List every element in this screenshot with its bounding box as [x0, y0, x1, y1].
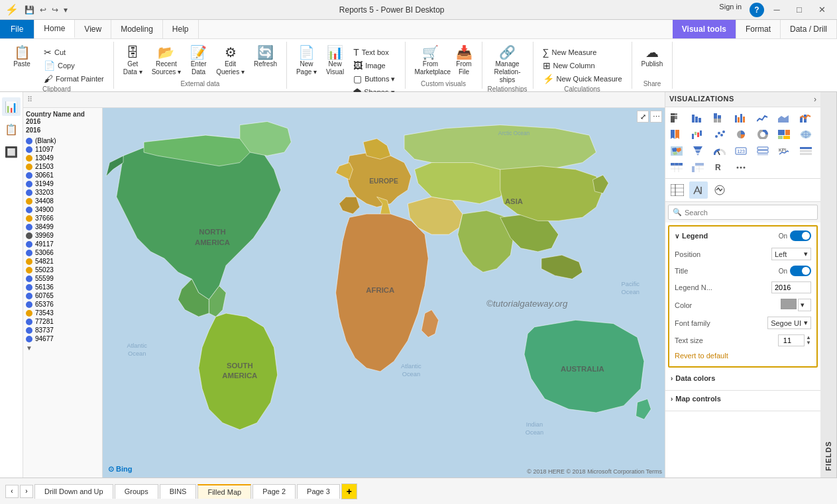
fields-vertical-tab[interactable]: FIELDS: [820, 92, 837, 478]
color-chevron[interactable]: ▾: [798, 299, 811, 311]
close-btn[interactable]: ✕: [812, 3, 832, 17]
vis-matrix[interactable]: [689, 160, 706, 176]
scroll-right-btn[interactable]: ›: [20, 485, 33, 498]
save-btn[interactable]: 💾: [23, 4, 36, 16]
vis-more[interactable]: [732, 160, 750, 176]
textbox-btn[interactable]: T Text box: [349, 46, 399, 59]
vis-gauge[interactable]: [711, 143, 728, 159]
vis-table[interactable]: [668, 160, 685, 176]
scroll-left-btn[interactable]: ‹: [5, 485, 19, 498]
legend-toggle[interactable]: [790, 230, 811, 241]
tab-data-drill[interactable]: Data / Drill: [781, 20, 837, 38]
page-tab[interactable]: Filled Map: [197, 484, 251, 499]
vis-map[interactable]: [797, 126, 814, 142]
from-marketplace-btn[interactable]: 🛒 FromMarketplace: [411, 44, 451, 77]
recent-sources-btn[interactable]: 📂 RecentSources ▾: [148, 44, 185, 77]
vis-stacked-bar[interactable]: [668, 110, 685, 126]
image-btn[interactable]: 🖼 Image: [349, 59, 399, 72]
vis-kpi[interactable]: KPI: [775, 143, 793, 159]
report-view-btn[interactable]: 📊: [2, 97, 21, 116]
vis-slicer[interactable]: [797, 143, 814, 159]
map-menu-btn[interactable]: ⋯: [650, 111, 662, 123]
title-toggle[interactable]: [790, 266, 811, 276]
legend-name-input[interactable]: [771, 281, 811, 293]
vis-clustered-col[interactable]: [732, 110, 750, 126]
from-file-btn[interactable]: 📥 FromFile: [452, 44, 476, 77]
vis-stacked-col[interactable]: [711, 110, 728, 126]
add-page-btn[interactable]: +: [341, 483, 357, 499]
buttons-btn[interactable]: ▢ Buttons ▾: [349, 72, 399, 85]
publish-btn[interactable]: ☁ Publish: [638, 44, 667, 70]
tab-home[interactable]: Home: [34, 20, 75, 38]
vis-multirow-card[interactable]: [754, 143, 771, 159]
tab-visual-tools[interactable]: Visual tools: [673, 20, 736, 38]
vis-line[interactable]: [754, 110, 771, 126]
position-dropdown[interactable]: Left ▾: [771, 248, 811, 260]
model-view-btn[interactable]: 🔲: [2, 142, 21, 161]
new-measure-btn[interactable]: ∑ New Measure: [539, 46, 626, 59]
vis-card[interactable]: 123: [732, 143, 750, 159]
redo-btn[interactable]: ↪: [50, 4, 60, 16]
tab-format[interactable]: [689, 181, 708, 199]
legend-section-header[interactable]: ∨ Legend On: [675, 230, 811, 241]
data-view-btn[interactable]: 📋: [2, 120, 21, 138]
color-picker-box[interactable]: [781, 299, 797, 309]
vis-waterfall[interactable]: [689, 126, 706, 142]
vis-pie[interactable]: [732, 126, 750, 142]
tab-fields-data[interactable]: [668, 181, 687, 199]
revert-to-default-btn[interactable]: Revert to default: [675, 349, 811, 362]
tab-file[interactable]: File: [0, 20, 34, 38]
new-column-btn[interactable]: ⊞ New Column: [539, 59, 626, 72]
manage-relationships-btn[interactable]: 🔗 ManageRelation­ships: [488, 44, 528, 85]
format-painter-btn[interactable]: 🖌 Format Painter: [40, 72, 108, 85]
text-size-down[interactable]: ▼: [806, 340, 811, 346]
copy-btn[interactable]: 📄 Copy: [40, 59, 108, 72]
font-family-dropdown[interactable]: Segoe UI ▾: [767, 317, 811, 329]
vis-clustered-bar[interactable]: [689, 110, 706, 126]
legend-title: Country Name and 2016: [26, 111, 99, 125]
vis-area[interactable]: [775, 110, 793, 126]
vis-treemap[interactable]: [775, 126, 793, 142]
text-size-input[interactable]: [778, 334, 805, 346]
vis-line-col[interactable]: [797, 110, 814, 126]
get-data-btn[interactable]: 🗄 GetData ▾: [119, 44, 146, 77]
legend-item-label: 55599: [35, 275, 54, 282]
new-visual-btn[interactable]: 📊 NewVisual: [322, 44, 348, 77]
vis-donut[interactable]: [754, 126, 771, 142]
data-colors-header[interactable]: › Data colors: [671, 374, 815, 382]
vis-ribbon[interactable]: [668, 126, 685, 142]
map-controls-header[interactable]: › Map controls: [671, 395, 815, 403]
vis-funnel[interactable]: [689, 143, 706, 159]
tab-view[interactable]: View: [75, 20, 111, 38]
paste-btn[interactable]: 📋 Paste: [5, 44, 38, 70]
vis-scatter[interactable]: [711, 126, 728, 142]
new-quick-measure-btn[interactable]: ⚡ New Quick Measure: [539, 72, 626, 85]
cut-btn[interactable]: ✂ Cut: [40, 46, 108, 59]
undo-btn[interactable]: ↩: [38, 4, 48, 16]
vis-filled-map[interactable]: [668, 143, 685, 159]
tab-analytics[interactable]: [710, 181, 729, 199]
vis-r-script[interactable]: R: [711, 160, 728, 176]
legend-item-label: 39969: [35, 232, 54, 239]
signin-label[interactable]: Sign in: [714, 3, 747, 17]
tab-modeling[interactable]: Modeling: [111, 20, 163, 38]
minimize-btn[interactable]: ─: [767, 3, 787, 17]
page-tab[interactable]: Drill Down and Up: [34, 484, 113, 499]
tab-format[interactable]: Format: [736, 20, 781, 38]
enter-data-btn[interactable]: 📝 EnterData: [186, 44, 211, 77]
qa-extra-btn[interactable]: ▾: [62, 4, 70, 16]
maximize-btn[interactable]: □: [789, 3, 809, 17]
page-tab[interactable]: Page 3: [297, 484, 340, 499]
new-page-btn[interactable]: 📄 NewPage ▾: [292, 44, 321, 77]
panel-chevron[interactable]: ›: [814, 95, 816, 104]
search-input[interactable]: [685, 209, 813, 217]
page-tab[interactable]: BINS: [160, 484, 197, 499]
edit-queries-btn[interactable]: ⚙ EditQueries ▾: [212, 44, 249, 77]
tab-help[interactable]: Help: [163, 20, 199, 38]
refresh-btn[interactable]: 🔄 Refresh: [250, 44, 281, 70]
map-expand-btn[interactable]: ⤢: [637, 111, 649, 123]
page-tab[interactable]: Groups: [115, 484, 158, 499]
legend-item: 49117: [26, 240, 99, 248]
page-tab[interactable]: Page 2: [252, 484, 296, 499]
help-icon[interactable]: ?: [750, 3, 764, 17]
